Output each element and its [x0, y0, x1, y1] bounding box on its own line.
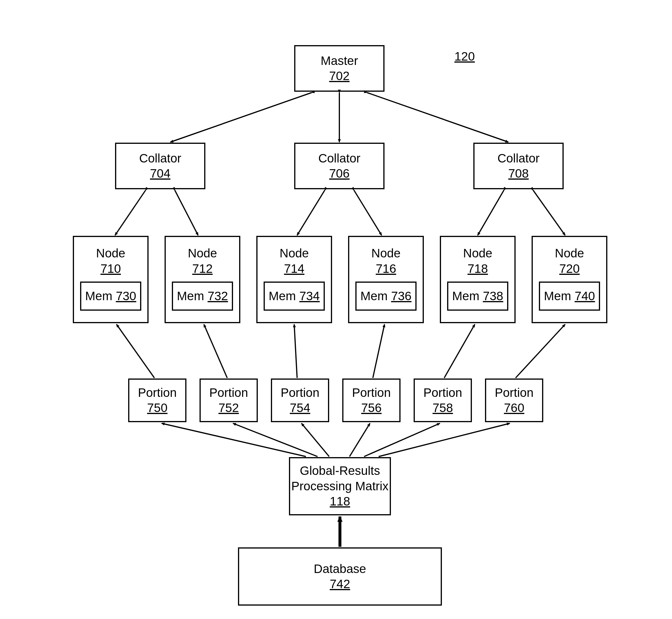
collator-box-706: Collator 706 [294, 143, 384, 189]
portion-label: Portion [352, 385, 390, 401]
grpm-ref: 118 [330, 494, 350, 509]
mem-box-730: Mem 730 [80, 282, 141, 311]
svg-line-16 [233, 423, 317, 457]
collator-ref: 706 [329, 166, 350, 182]
collator-box-708: Collator 708 [473, 143, 564, 189]
portion-box-754: Portion 754 [271, 379, 329, 422]
mem-box-738: Mem 738 [447, 282, 508, 311]
node-ref: 712 [192, 261, 212, 277]
mem-label: Mem [452, 288, 479, 304]
master-box: Master 702 [294, 45, 384, 92]
node-ref: 718 [468, 261, 488, 277]
node-label: Node [96, 246, 125, 261]
mem-label: Mem [544, 288, 571, 304]
portion-box-760: Portion 760 [485, 379, 543, 422]
node-ref: 710 [101, 261, 121, 277]
portion-ref: 754 [290, 400, 310, 416]
collator-box-704: Collator 704 [115, 143, 205, 189]
portion-label: Portion [209, 385, 248, 401]
collator-label: Collator [497, 151, 540, 166]
svg-line-4 [175, 190, 198, 235]
mem-ref: 734 [299, 288, 320, 304]
portion-label: Portion [423, 385, 462, 401]
node-box-710: Node 710 Mem 730 [73, 236, 148, 323]
node-label: Node [463, 246, 492, 261]
portion-ref: 760 [504, 400, 524, 416]
svg-line-15 [162, 423, 306, 457]
figure-reference: 120 [454, 50, 475, 63]
mem-box-740: Mem 740 [539, 282, 600, 311]
svg-line-7 [478, 190, 504, 235]
svg-line-18 [350, 423, 370, 457]
node-label: Node [371, 246, 401, 261]
database-box: Database 742 [238, 547, 442, 606]
mem-box-734: Mem 734 [264, 282, 325, 311]
mem-ref: 736 [391, 288, 412, 304]
node-label: Node [280, 246, 309, 261]
database-ref: 742 [330, 576, 350, 592]
diagram-canvas: 120 Master 702 Collator 704 Collator 706… [0, 0, 672, 619]
svg-line-8 [533, 190, 565, 235]
node-label: Node [188, 246, 217, 261]
portion-ref: 750 [147, 400, 168, 416]
mem-label: Mem [268, 288, 296, 304]
node-box-712: Node 712 Mem 732 [165, 236, 240, 323]
svg-line-13 [444, 324, 475, 378]
svg-line-19 [364, 423, 440, 457]
collator-label: Collator [139, 151, 181, 166]
svg-line-10 [204, 324, 227, 378]
svg-line-14 [515, 324, 565, 378]
svg-line-9 [117, 324, 155, 378]
portion-ref: 756 [361, 400, 382, 416]
node-box-718: Node 718 Mem 738 [440, 236, 515, 323]
master-ref: 702 [329, 68, 350, 84]
collator-label: Collator [318, 151, 361, 166]
mem-label: Mem [177, 288, 204, 304]
svg-line-0 [170, 92, 312, 142]
svg-line-3 [115, 190, 146, 235]
collator-ref: 708 [508, 166, 529, 182]
svg-line-6 [354, 190, 382, 235]
mem-ref: 730 [116, 288, 136, 304]
grpm-box: Global-Results Processing Matrix 118 [289, 457, 391, 515]
mem-box-736: Mem 736 [355, 282, 417, 311]
node-box-720: Node 720 Mem 740 [532, 236, 607, 323]
portion-ref: 758 [433, 400, 453, 416]
portion-box-756: Portion 756 [342, 379, 401, 422]
portion-label: Portion [138, 385, 177, 401]
mem-ref: 738 [483, 288, 503, 304]
portion-label: Portion [495, 385, 533, 401]
svg-line-11 [294, 324, 297, 378]
mem-ref: 740 [575, 288, 595, 304]
portion-box-750: Portion 750 [128, 379, 186, 422]
svg-line-5 [297, 190, 325, 235]
svg-line-12 [373, 324, 384, 378]
grpm-label-line1: Global-Results [300, 463, 380, 479]
portion-box-758: Portion 758 [414, 379, 472, 422]
mem-label: Mem [360, 288, 387, 304]
portion-box-752: Portion 752 [199, 379, 258, 422]
node-label: Node [555, 246, 584, 261]
portion-label: Portion [281, 385, 319, 401]
node-ref: 716 [376, 261, 396, 277]
database-label: Database [314, 561, 366, 577]
svg-line-17 [302, 423, 329, 457]
svg-line-20 [379, 423, 510, 457]
node-ref: 720 [559, 261, 579, 277]
master-label: Master [321, 53, 358, 69]
node-ref: 714 [284, 261, 304, 277]
grpm-label-line2: Processing Matrix [291, 479, 388, 494]
node-box-714: Node 714 Mem 734 [256, 236, 332, 323]
mem-ref: 732 [208, 288, 228, 304]
mem-label: Mem [85, 288, 112, 304]
mem-box-732: Mem 732 [172, 282, 233, 311]
svg-line-2 [367, 92, 508, 142]
portion-ref: 752 [219, 400, 239, 416]
node-box-716: Node 716 Mem 736 [348, 236, 424, 323]
collator-ref: 704 [150, 166, 170, 182]
